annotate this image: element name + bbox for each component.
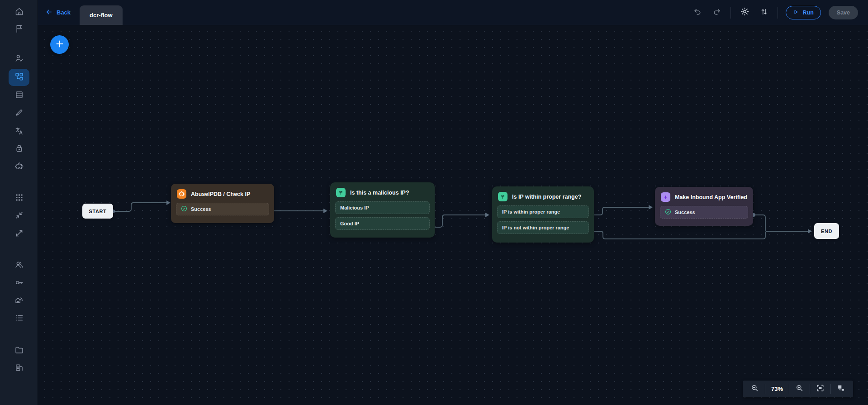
- sidebar-item-home[interactable]: [9, 4, 29, 21]
- translate-icon: [14, 126, 24, 138]
- run-button[interactable]: Run: [786, 6, 821, 19]
- branch-ip-not-within-range[interactable]: IP is not within proper range: [497, 221, 589, 234]
- flow-tab-label: dcr-flow: [90, 12, 113, 19]
- sidebar-item-tables[interactable]: [9, 87, 29, 104]
- zoom-toolbar: 73%: [743, 381, 853, 397]
- arrowhead: [323, 209, 327, 213]
- zoom-in-button[interactable]: [789, 384, 810, 394]
- topbar-actions: Run Save: [692, 6, 868, 19]
- sort-button[interactable]: [758, 7, 770, 19]
- arrowhead: [485, 213, 489, 217]
- branch-label: IP is within proper range: [502, 209, 560, 214]
- sidebar-item-home-signal[interactable]: [9, 292, 29, 309]
- sidebar-item-apps[interactable]: [9, 190, 29, 207]
- sidebar-item-design[interactable]: [9, 105, 29, 122]
- folder-icon: [14, 345, 24, 357]
- node-header: Is this a malicious IP?: [330, 182, 435, 201]
- save-label: Save: [837, 10, 850, 16]
- branch-label: Malicious IP: [340, 205, 369, 210]
- flag-icon: [14, 24, 24, 35]
- gear-icon: [740, 7, 749, 18]
- node-make-verified[interactable]: Make Inbound App Verified Success: [655, 187, 753, 226]
- user-check-icon: [14, 53, 24, 65]
- fit-screen-button[interactable]: [810, 384, 830, 394]
- sidebar-item-users[interactable]: [9, 257, 29, 274]
- lock-icon: [14, 143, 24, 155]
- sidebar-item-expand[interactable]: [9, 225, 29, 243]
- zoom-out-button[interactable]: [745, 384, 765, 394]
- node-header: Make Inbound App Verified: [655, 187, 753, 206]
- node-output-success[interactable]: Success: [176, 203, 269, 215]
- save-button[interactable]: Save: [829, 6, 858, 19]
- users-icon: [14, 260, 24, 271]
- settings-button[interactable]: [739, 7, 750, 19]
- sidebar-item-api-keys[interactable]: [9, 275, 29, 292]
- branch-icon: [498, 192, 508, 201]
- sidebar-item-flag[interactable]: [9, 21, 29, 38]
- sidebar-item-translate[interactable]: [9, 123, 29, 140]
- back-button[interactable]: Back: [45, 8, 71, 17]
- add-step-button[interactable]: [50, 35, 69, 54]
- list-icon: [14, 313, 24, 324]
- sidebar-item-workflows[interactable]: [9, 69, 29, 86]
- undo-button[interactable]: [692, 7, 703, 19]
- edge-make-end: [755, 215, 765, 231]
- node-range-check[interactable]: Is IP within proper range? IP is within …: [492, 186, 594, 243]
- node-output-success[interactable]: Success: [660, 206, 748, 219]
- redo-button[interactable]: [711, 7, 723, 19]
- zoom-in-icon: [795, 384, 804, 394]
- sidebar-item-secrets[interactable]: [9, 140, 29, 157]
- branch-malicious-ip[interactable]: Malicious IP: [335, 201, 430, 214]
- node-title: Make Inbound App Verified: [675, 194, 747, 200]
- flow-tab[interactable]: dcr-flow: [80, 5, 123, 25]
- branch-icon: [336, 188, 346, 197]
- sort-vertical-icon: [759, 7, 768, 18]
- home-signal-icon: [14, 295, 24, 306]
- check-circle-icon: [181, 205, 187, 213]
- sidebar-item-logs[interactable]: [9, 310, 29, 327]
- node-abuseipdb[interactable]: AbuseIPDB / Check IP Success: [171, 184, 274, 223]
- node-title: Is this a malicious IP?: [350, 190, 409, 196]
- branch-ip-within-range[interactable]: IP is within proper range: [497, 205, 589, 218]
- node-malicious-check[interactable]: Is this a malicious IP? Malicious IP Goo…: [330, 182, 435, 238]
- sidebar-item-files[interactable]: [9, 342, 29, 359]
- auto-layout-button[interactable]: [831, 384, 851, 394]
- zoom-level: 73%: [765, 386, 789, 392]
- topbar: Back dcr-flow Run Save: [38, 0, 868, 25]
- end-node[interactable]: END: [814, 223, 839, 239]
- node-title: AbuseIPDB / Check IP: [191, 191, 250, 197]
- topbar-divider: [778, 7, 778, 19]
- bolt-icon: [661, 192, 670, 202]
- node-header: Is IP within proper range?: [492, 186, 594, 205]
- undo-icon: [693, 7, 702, 18]
- flow-canvas[interactable]: START AbuseIPDB / Check IP Success Is th…: [38, 25, 868, 405]
- puzzle-icon: [14, 162, 24, 173]
- arrowhead: [166, 200, 171, 205]
- sidebar-item-collapse[interactable]: [9, 207, 29, 224]
- key-icon: [14, 278, 24, 289]
- redo-icon: [712, 7, 721, 18]
- play-icon: [793, 9, 799, 16]
- sidebar-item-integrations[interactable]: [9, 158, 29, 176]
- organization-icon: [14, 362, 24, 374]
- topbar-divider: [730, 7, 731, 19]
- auto-layout-icon: [837, 384, 845, 394]
- start-node[interactable]: START: [82, 204, 113, 219]
- edge-notwithinrange-end: [591, 231, 808, 239]
- output-label: Success: [191, 206, 211, 212]
- sidebar-item-approvals[interactable]: [9, 50, 29, 67]
- arrowhead: [808, 229, 812, 233]
- edge-goodip-range: [432, 215, 485, 227]
- back-label: Back: [57, 9, 71, 16]
- end-label: END: [821, 229, 832, 234]
- branch-label: Good IP: [340, 221, 359, 226]
- arrowhead: [649, 205, 653, 210]
- sidebar: [0, 0, 38, 405]
- output-label: Success: [675, 210, 695, 215]
- node-title: Is IP within proper range?: [512, 194, 581, 200]
- branch-good-ip[interactable]: Good IP: [335, 217, 430, 230]
- fit-screen-icon: [816, 384, 825, 394]
- zoom-out-icon: [750, 384, 759, 394]
- check-circle-icon: [665, 209, 671, 216]
- sidebar-item-organization[interactable]: [9, 359, 29, 376]
